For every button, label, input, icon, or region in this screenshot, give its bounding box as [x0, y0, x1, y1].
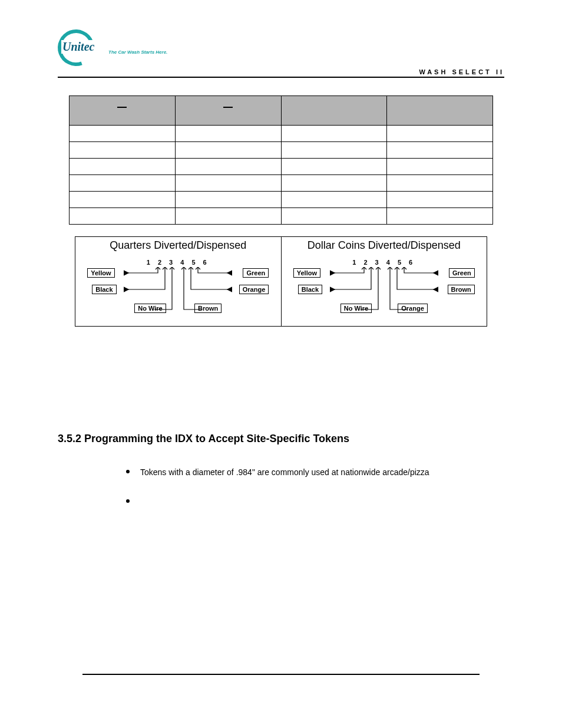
page-header-title: WASH SELECT II — [58, 68, 504, 78]
svg-marker-0 — [124, 271, 128, 275]
unitec-logo: Unitec — [58, 29, 104, 66]
table-header-2 — [175, 96, 281, 126]
figure-dollar-title: Dollar Coins Diverted/Dispensed — [282, 239, 487, 252]
diagram-quarters: 1 2 3 4 5 6 Yellow Black No Wire Brown O… — [84, 255, 272, 319]
svg-marker-2 — [227, 271, 232, 275]
table-header-3 — [281, 96, 387, 126]
svg-marker-5 — [330, 287, 335, 292]
figure-dollar: Dollar Coins Diverted/Dispensed 1 2 3 4 … — [282, 237, 487, 326]
label-pin1: Yellow — [293, 268, 320, 278]
svg-marker-4 — [330, 271, 335, 275]
table-row — [70, 192, 493, 208]
figure-quarters-title: Quarters Diverted/Dispensed — [75, 239, 281, 252]
table-row — [70, 142, 493, 159]
label-pin6: Green — [449, 268, 475, 278]
pin-table — [69, 95, 493, 225]
wiring-svg — [124, 267, 232, 314]
body-text: Tokens with a diameter of .984" are comm… — [123, 466, 500, 478]
section-heading: 3.5.2 Programming the IDX to Accept Site… — [58, 433, 504, 445]
label-pin2: Black — [298, 285, 322, 294]
table-row — [70, 175, 493, 192]
svg-marker-1 — [124, 287, 128, 292]
label-pin5: Orange — [239, 285, 269, 294]
bullet-item: Tokens with a diameter of .984" are comm… — [123, 466, 500, 478]
header-logo-row: Unitec The Car Wash Starts Here. — [58, 29, 504, 66]
brand-tagline: The Car Wash Starts Here. — [108, 50, 167, 55]
svg-marker-3 — [227, 287, 232, 292]
label-pin2: Black — [92, 285, 116, 294]
table-body — [70, 126, 493, 225]
logo-text: Unitec — [61, 40, 95, 54]
pin-numbers: 1 2 3 4 5 6 — [352, 259, 415, 266]
footer-rule — [82, 674, 480, 675]
table-row — [70, 159, 493, 175]
label-pin1: Yellow — [87, 268, 114, 278]
figure-quarters: Quarters Diverted/Dispensed 1 2 3 4 5 6 … — [75, 237, 282, 326]
table-row — [70, 126, 493, 142]
label-pin5: Brown — [448, 285, 475, 294]
label-pin6: Green — [243, 268, 269, 278]
diagram-dollar: 1 2 3 4 5 6 Yellow Black No Wire Orange … — [290, 255, 478, 319]
table-header-4 — [387, 96, 493, 126]
svg-marker-7 — [434, 287, 438, 292]
pin-numbers: 1 2 3 4 5 6 — [147, 259, 210, 266]
wiring-svg — [330, 267, 438, 314]
table-row — [70, 208, 493, 225]
wiring-figure: Quarters Diverted/Dispensed 1 2 3 4 5 6 … — [75, 236, 487, 327]
svg-marker-6 — [434, 271, 438, 275]
table-header-1 — [70, 96, 176, 126]
